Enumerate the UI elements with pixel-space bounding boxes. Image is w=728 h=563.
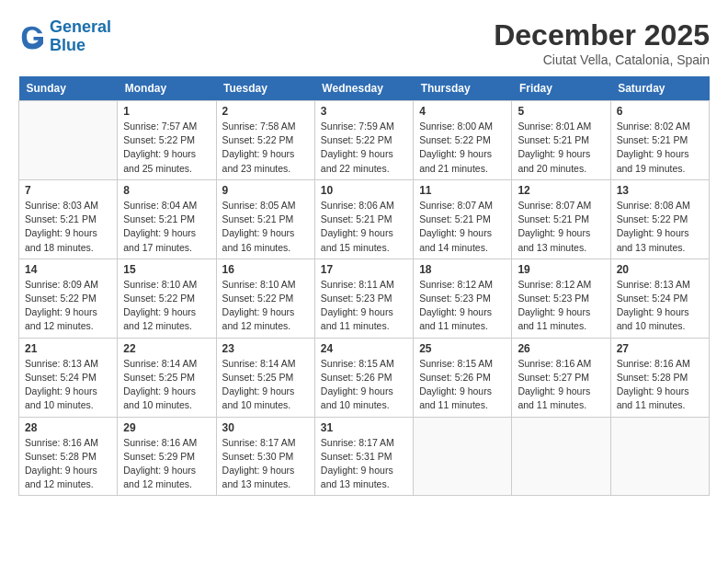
- day-number: 31: [321, 421, 407, 434]
- calendar-cell: [610, 417, 709, 496]
- calendar-cell: 21Sunrise: 8:13 AMSunset: 5:24 PMDayligh…: [19, 338, 118, 417]
- day-number: 1: [123, 105, 210, 118]
- day-info: Sunrise: 8:15 AMSunset: 5:26 PMDaylight:…: [321, 357, 407, 413]
- calendar-cell: 6Sunrise: 8:02 AMSunset: 5:21 PMDaylight…: [610, 101, 709, 180]
- calendar-week-row: 14Sunrise: 8:09 AMSunset: 5:22 PMDayligh…: [19, 259, 710, 338]
- day-info: Sunrise: 8:07 AMSunset: 5:21 PMDaylight:…: [518, 199, 604, 255]
- day-info: Sunrise: 8:12 AMSunset: 5:23 PMDaylight:…: [419, 278, 506, 334]
- calendar-cell: 23Sunrise: 8:14 AMSunset: 5:25 PMDayligh…: [216, 338, 314, 417]
- calendar-week-row: 1Sunrise: 7:57 AMSunset: 5:22 PMDaylight…: [19, 101, 710, 180]
- day-number: 27: [617, 342, 703, 355]
- calendar-cell: 31Sunrise: 8:17 AMSunset: 5:31 PMDayligh…: [314, 417, 413, 496]
- calendar-cell: 13Sunrise: 8:08 AMSunset: 5:22 PMDayligh…: [610, 179, 709, 259]
- day-number: 3: [321, 105, 407, 118]
- day-number: 20: [617, 263, 703, 276]
- day-number: 9: [222, 184, 309, 197]
- day-info: Sunrise: 8:17 AMSunset: 5:30 PMDaylight:…: [222, 436, 309, 492]
- day-info: Sunrise: 8:04 AMSunset: 5:21 PMDaylight:…: [123, 199, 210, 255]
- calendar-cell: 10Sunrise: 8:06 AMSunset: 5:21 PMDayligh…: [314, 179, 413, 259]
- weekday-header: Friday: [512, 76, 610, 101]
- day-info: Sunrise: 8:08 AMSunset: 5:22 PMDaylight:…: [617, 199, 703, 255]
- calendar-cell: [414, 417, 512, 496]
- day-info: Sunrise: 8:01 AMSunset: 5:21 PMDaylight:…: [518, 120, 604, 176]
- day-number: 11: [419, 184, 506, 197]
- calendar-cell: 30Sunrise: 8:17 AMSunset: 5:30 PMDayligh…: [216, 417, 314, 496]
- day-number: 8: [123, 184, 210, 197]
- day-number: 7: [25, 184, 111, 197]
- day-info: Sunrise: 8:02 AMSunset: 5:21 PMDaylight:…: [617, 120, 703, 176]
- day-number: 10: [321, 184, 407, 197]
- calendar-cell: 16Sunrise: 8:10 AMSunset: 5:22 PMDayligh…: [216, 259, 314, 338]
- day-number: 2: [222, 105, 309, 118]
- calendar-cell: 26Sunrise: 8:16 AMSunset: 5:27 PMDayligh…: [512, 338, 610, 417]
- calendar-cell: 1Sunrise: 7:57 AMSunset: 5:22 PMDaylight…: [118, 101, 216, 180]
- day-info: Sunrise: 8:13 AMSunset: 5:24 PMDaylight:…: [25, 357, 111, 413]
- day-number: 22: [123, 342, 210, 355]
- day-info: Sunrise: 8:13 AMSunset: 5:24 PMDaylight:…: [617, 278, 703, 334]
- day-number: 21: [25, 342, 111, 355]
- calendar-cell: 29Sunrise: 8:16 AMSunset: 5:29 PMDayligh…: [118, 417, 216, 496]
- weekday-header: Sunday: [19, 76, 118, 101]
- location: Ciutat Vella, Catalonia, Spain: [494, 52, 710, 67]
- day-number: 18: [419, 263, 506, 276]
- day-info: Sunrise: 8:05 AMSunset: 5:21 PMDaylight:…: [222, 199, 309, 255]
- day-info: Sunrise: 8:16 AMSunset: 5:27 PMDaylight:…: [518, 357, 604, 413]
- day-info: Sunrise: 8:16 AMSunset: 5:28 PMDaylight:…: [617, 357, 703, 413]
- calendar-cell: 19Sunrise: 8:12 AMSunset: 5:23 PMDayligh…: [512, 259, 610, 338]
- day-number: 6: [617, 105, 703, 118]
- day-info: Sunrise: 8:10 AMSunset: 5:22 PMDaylight:…: [123, 278, 210, 334]
- day-info: Sunrise: 7:59 AMSunset: 5:22 PMDaylight:…: [321, 120, 407, 176]
- day-number: 28: [25, 421, 111, 434]
- calendar-table: SundayMondayTuesdayWednesdayThursdayFrid…: [18, 76, 710, 496]
- calendar-cell: 20Sunrise: 8:13 AMSunset: 5:24 PMDayligh…: [610, 259, 709, 338]
- calendar-cell: 3Sunrise: 7:59 AMSunset: 5:22 PMDaylight…: [314, 101, 413, 180]
- calendar-cell: 8Sunrise: 8:04 AMSunset: 5:21 PMDaylight…: [118, 179, 216, 259]
- month-title: December 2025: [494, 18, 710, 52]
- weekday-header: Tuesday: [216, 76, 314, 101]
- day-info: Sunrise: 8:17 AMSunset: 5:31 PMDaylight:…: [321, 436, 407, 492]
- day-number: 24: [321, 342, 407, 355]
- day-number: 17: [321, 263, 407, 276]
- calendar-week-row: 28Sunrise: 8:16 AMSunset: 5:28 PMDayligh…: [19, 417, 710, 496]
- calendar-cell: 2Sunrise: 7:58 AMSunset: 5:22 PMDaylight…: [216, 101, 314, 180]
- day-number: 5: [518, 105, 604, 118]
- day-info: Sunrise: 8:15 AMSunset: 5:26 PMDaylight:…: [419, 357, 506, 413]
- day-number: 25: [419, 342, 506, 355]
- logo: General Blue: [18, 18, 111, 55]
- calendar-week-row: 7Sunrise: 8:03 AMSunset: 5:21 PMDaylight…: [19, 179, 710, 259]
- day-info: Sunrise: 7:57 AMSunset: 5:22 PMDaylight:…: [123, 120, 210, 176]
- calendar-cell: 14Sunrise: 8:09 AMSunset: 5:22 PMDayligh…: [19, 259, 118, 338]
- day-number: 4: [419, 105, 506, 118]
- calendar-cell: 17Sunrise: 8:11 AMSunset: 5:23 PMDayligh…: [314, 259, 413, 338]
- weekday-header: Wednesday: [314, 76, 413, 101]
- day-number: 13: [617, 184, 703, 197]
- calendar-cell: 11Sunrise: 8:07 AMSunset: 5:21 PMDayligh…: [414, 179, 512, 259]
- calendar-week-row: 21Sunrise: 8:13 AMSunset: 5:24 PMDayligh…: [19, 338, 710, 417]
- calendar-cell: 5Sunrise: 8:01 AMSunset: 5:21 PMDaylight…: [512, 101, 610, 180]
- logo-text: General Blue: [50, 18, 111, 55]
- day-number: 29: [123, 421, 210, 434]
- day-number: 12: [518, 184, 604, 197]
- calendar-cell: 25Sunrise: 8:15 AMSunset: 5:26 PMDayligh…: [414, 338, 512, 417]
- day-info: Sunrise: 8:07 AMSunset: 5:21 PMDaylight:…: [419, 199, 506, 255]
- day-number: 19: [518, 263, 604, 276]
- day-number: 26: [518, 342, 604, 355]
- day-info: Sunrise: 7:58 AMSunset: 5:22 PMDaylight:…: [222, 120, 309, 176]
- calendar-cell: 24Sunrise: 8:15 AMSunset: 5:26 PMDayligh…: [314, 338, 413, 417]
- day-info: Sunrise: 8:03 AMSunset: 5:21 PMDaylight:…: [25, 199, 111, 255]
- calendar-cell: 28Sunrise: 8:16 AMSunset: 5:28 PMDayligh…: [19, 417, 118, 496]
- calendar-cell: 18Sunrise: 8:12 AMSunset: 5:23 PMDayligh…: [414, 259, 512, 338]
- day-number: 30: [222, 421, 309, 434]
- weekday-header-row: SundayMondayTuesdayWednesdayThursdayFrid…: [19, 76, 710, 101]
- day-number: 16: [222, 263, 309, 276]
- day-info: Sunrise: 8:16 AMSunset: 5:28 PMDaylight:…: [25, 436, 111, 492]
- day-info: Sunrise: 8:10 AMSunset: 5:22 PMDaylight:…: [222, 278, 309, 334]
- day-info: Sunrise: 8:12 AMSunset: 5:23 PMDaylight:…: [518, 278, 604, 334]
- calendar-cell: 15Sunrise: 8:10 AMSunset: 5:22 PMDayligh…: [118, 259, 216, 338]
- day-info: Sunrise: 8:00 AMSunset: 5:22 PMDaylight:…: [419, 120, 506, 176]
- weekday-header: Monday: [118, 76, 216, 101]
- title-area: December 2025 Ciutat Vella, Catalonia, S…: [494, 18, 710, 67]
- calendar-cell: 9Sunrise: 8:05 AMSunset: 5:21 PMDaylight…: [216, 179, 314, 259]
- calendar-cell: 22Sunrise: 8:14 AMSunset: 5:25 PMDayligh…: [118, 338, 216, 417]
- day-info: Sunrise: 8:09 AMSunset: 5:22 PMDaylight:…: [25, 278, 111, 334]
